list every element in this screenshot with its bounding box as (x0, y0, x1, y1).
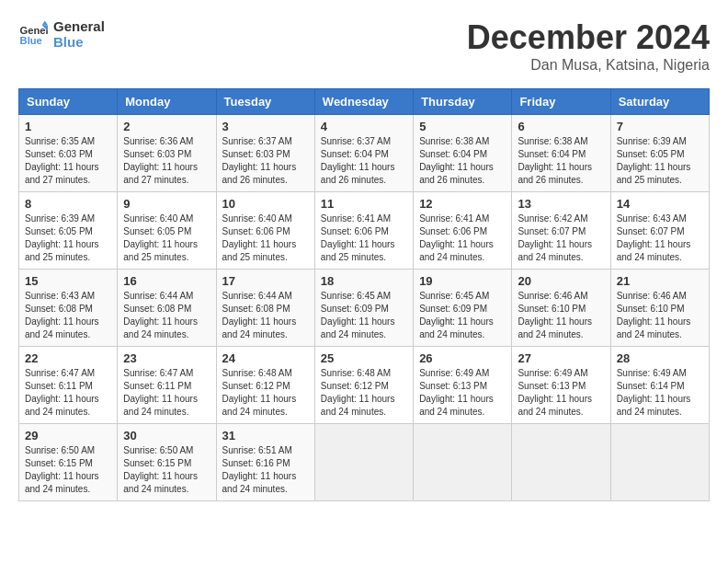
day-number: 24 (222, 351, 309, 365)
day-number: 14 (617, 197, 703, 211)
calendar-cell: 18Sunrise: 6:45 AM Sunset: 6:09 PM Dayli… (314, 270, 413, 347)
day-info: Sunrise: 6:49 AM Sunset: 6:13 PM Dayligh… (419, 367, 506, 419)
day-info: Sunrise: 6:36 AM Sunset: 6:03 PM Dayligh… (123, 135, 210, 187)
day-number: 26 (419, 351, 506, 365)
day-number: 4 (321, 120, 407, 133)
day-info: Sunrise: 6:38 AM Sunset: 6:04 PM Dayligh… (518, 135, 604, 187)
day-info: Sunrise: 6:51 AM Sunset: 6:16 PM Dayligh… (222, 444, 309, 496)
day-info: Sunrise: 6:48 AM Sunset: 6:12 PM Dayligh… (222, 367, 309, 419)
logo-line2: Blue (53, 34, 105, 50)
logo-line1: General (53, 18, 105, 34)
day-number: 11 (321, 197, 407, 211)
calendar-cell: 31Sunrise: 6:51 AM Sunset: 6:16 PM Dayli… (216, 424, 314, 501)
svg-marker-2 (42, 21, 48, 26)
calendar-cell: 25Sunrise: 6:48 AM Sunset: 6:12 PM Dayli… (314, 347, 413, 424)
header-sunday: Sunday (19, 89, 118, 115)
day-number: 31 (222, 429, 309, 442)
day-info: Sunrise: 6:37 AM Sunset: 6:03 PM Dayligh… (222, 135, 309, 187)
calendar-cell: 9Sunrise: 6:40 AM Sunset: 6:05 PM Daylig… (118, 192, 216, 270)
day-number: 25 (321, 351, 407, 365)
header-tuesday: Tuesday (216, 89, 314, 115)
week-row-4: 22Sunrise: 6:47 AM Sunset: 6:11 PM Dayli… (19, 347, 710, 424)
day-info: Sunrise: 6:42 AM Sunset: 6:07 PM Dayligh… (518, 213, 604, 264)
calendar-header: SundayMondayTuesdayWednesdayThursdayFrid… (19, 89, 710, 115)
day-number: 9 (123, 197, 210, 211)
day-info: Sunrise: 6:41 AM Sunset: 6:06 PM Dayligh… (321, 213, 407, 264)
calendar-cell: 16Sunrise: 6:44 AM Sunset: 6:08 PM Dayli… (118, 270, 216, 347)
calendar-cell: 6Sunrise: 6:38 AM Sunset: 6:04 PM Daylig… (512, 115, 610, 192)
calendar-cell: 17Sunrise: 6:44 AM Sunset: 6:08 PM Dayli… (216, 270, 314, 347)
day-number: 5 (419, 120, 506, 133)
header-thursday: Thursday (414, 89, 512, 115)
calendar-cell: 30Sunrise: 6:50 AM Sunset: 6:15 PM Dayli… (118, 424, 216, 501)
day-number: 23 (123, 351, 210, 365)
week-row-3: 15Sunrise: 6:43 AM Sunset: 6:08 PM Dayli… (19, 270, 710, 347)
day-info: Sunrise: 6:41 AM Sunset: 6:06 PM Dayligh… (419, 213, 506, 264)
day-info: Sunrise: 6:43 AM Sunset: 6:07 PM Dayligh… (617, 213, 703, 264)
day-info: Sunrise: 6:46 AM Sunset: 6:10 PM Dayligh… (518, 290, 604, 341)
day-info: Sunrise: 6:44 AM Sunset: 6:08 PM Dayligh… (123, 290, 210, 341)
calendar-cell: 10Sunrise: 6:40 AM Sunset: 6:06 PM Dayli… (216, 192, 314, 270)
calendar-cell: 7Sunrise: 6:39 AM Sunset: 6:05 PM Daylig… (610, 115, 709, 192)
day-info: Sunrise: 6:49 AM Sunset: 6:13 PM Dayligh… (518, 367, 604, 419)
day-info: Sunrise: 6:48 AM Sunset: 6:12 PM Dayligh… (321, 367, 407, 419)
calendar-cell: 14Sunrise: 6:43 AM Sunset: 6:07 PM Dayli… (610, 192, 709, 270)
day-number: 20 (518, 274, 604, 288)
day-info: Sunrise: 6:39 AM Sunset: 6:05 PM Dayligh… (25, 213, 111, 264)
day-info: Sunrise: 6:47 AM Sunset: 6:11 PM Dayligh… (25, 367, 111, 419)
day-number: 13 (518, 197, 604, 211)
day-number: 30 (123, 429, 210, 442)
calendar-cell: 11Sunrise: 6:41 AM Sunset: 6:06 PM Dayli… (314, 192, 413, 270)
svg-text:Blue: Blue (20, 35, 42, 46)
day-number: 22 (25, 351, 111, 365)
day-info: Sunrise: 6:40 AM Sunset: 6:06 PM Dayligh… (222, 213, 309, 264)
day-info: Sunrise: 6:50 AM Sunset: 6:15 PM Dayligh… (25, 444, 111, 496)
day-info: Sunrise: 6:46 AM Sunset: 6:10 PM Dayligh… (617, 290, 703, 341)
day-number: 29 (25, 429, 111, 442)
calendar-cell: 27Sunrise: 6:49 AM Sunset: 6:13 PM Dayli… (512, 347, 610, 424)
day-info: Sunrise: 6:49 AM Sunset: 6:14 PM Dayligh… (617, 367, 703, 419)
day-info: Sunrise: 6:44 AM Sunset: 6:08 PM Dayligh… (222, 290, 309, 341)
day-number: 8 (25, 197, 111, 211)
day-number: 28 (617, 351, 703, 365)
calendar-cell: 3Sunrise: 6:37 AM Sunset: 6:03 PM Daylig… (216, 115, 314, 192)
day-number: 3 (222, 120, 309, 133)
day-number: 6 (518, 120, 604, 133)
calendar-cell: 29Sunrise: 6:50 AM Sunset: 6:15 PM Dayli… (19, 424, 118, 501)
day-number: 1 (25, 120, 111, 133)
week-row-1: 1Sunrise: 6:35 AM Sunset: 6:03 PM Daylig… (19, 115, 710, 192)
day-number: 2 (123, 120, 210, 133)
calendar-cell: 12Sunrise: 6:41 AM Sunset: 6:06 PM Dayli… (414, 192, 512, 270)
day-number: 19 (419, 274, 506, 288)
calendar-cell (512, 424, 610, 501)
week-row-5: 29Sunrise: 6:50 AM Sunset: 6:15 PM Dayli… (19, 424, 710, 501)
calendar-cell: 26Sunrise: 6:49 AM Sunset: 6:13 PM Dayli… (414, 347, 512, 424)
calendar-cell: 23Sunrise: 6:47 AM Sunset: 6:11 PM Dayli… (118, 347, 216, 424)
calendar-cell: 13Sunrise: 6:42 AM Sunset: 6:07 PM Dayli… (512, 192, 610, 270)
title-block: December 2024 Dan Musa, Katsina, Nigeria (467, 18, 710, 74)
day-number: 17 (222, 274, 309, 288)
calendar-cell: 4Sunrise: 6:37 AM Sunset: 6:04 PM Daylig… (314, 115, 413, 192)
header-friday: Friday (512, 89, 610, 115)
day-number: 10 (222, 197, 309, 211)
day-number: 16 (123, 274, 210, 288)
calendar-cell: 8Sunrise: 6:39 AM Sunset: 6:05 PM Daylig… (19, 192, 118, 270)
calendar-cell (414, 424, 512, 501)
day-info: Sunrise: 6:39 AM Sunset: 6:05 PM Dayligh… (617, 135, 703, 187)
calendar-cell: 15Sunrise: 6:43 AM Sunset: 6:08 PM Dayli… (19, 270, 118, 347)
day-number: 15 (25, 274, 111, 288)
day-info: Sunrise: 6:45 AM Sunset: 6:09 PM Dayligh… (419, 290, 506, 341)
header-row: SundayMondayTuesdayWednesdayThursdayFrid… (19, 89, 710, 115)
day-info: Sunrise: 6:35 AM Sunset: 6:03 PM Dayligh… (25, 135, 111, 187)
day-info: Sunrise: 6:38 AM Sunset: 6:04 PM Dayligh… (419, 135, 506, 187)
calendar-cell (610, 424, 709, 501)
calendar-cell: 2Sunrise: 6:36 AM Sunset: 6:03 PM Daylig… (118, 115, 216, 192)
calendar-title: December 2024 (467, 18, 710, 57)
day-number: 27 (518, 351, 604, 365)
header-monday: Monday (118, 89, 216, 115)
calendar-cell: 5Sunrise: 6:38 AM Sunset: 6:04 PM Daylig… (414, 115, 512, 192)
calendar-cell (314, 424, 413, 501)
calendar-cell: 1Sunrise: 6:35 AM Sunset: 6:03 PM Daylig… (19, 115, 118, 192)
calendar-cell: 22Sunrise: 6:47 AM Sunset: 6:11 PM Dayli… (19, 347, 118, 424)
logo-icon: General Blue (18, 19, 48, 49)
